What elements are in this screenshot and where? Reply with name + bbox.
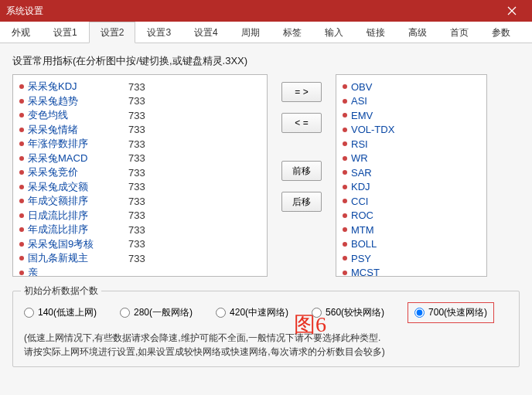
radio-input[interactable] xyxy=(414,308,425,318)
radio-option-1[interactable]: 280(一般网络) xyxy=(120,302,193,323)
close-button[interactable] xyxy=(498,0,526,22)
list-item[interactable]: 呆呆兔趋势733 xyxy=(19,94,259,109)
tab-5[interactable]: 周期 xyxy=(230,22,271,43)
item-name: 年涨停数排序 xyxy=(28,137,128,151)
list-item[interactable]: VOL-TDX xyxy=(343,123,479,138)
radio-option-2[interactable]: 420(中速网络) xyxy=(216,302,288,323)
item-number: 733 xyxy=(128,181,145,192)
window-title: 系统设置 xyxy=(6,5,43,18)
item-name: OBV xyxy=(351,81,372,93)
list-item[interactable]: EMV xyxy=(343,108,479,123)
list-item[interactable]: 国九条新规主733 xyxy=(19,251,259,266)
bullet-icon xyxy=(19,271,24,275)
movedown-button[interactable]: 后移 xyxy=(281,192,322,212)
item-name: VOL-TDX xyxy=(351,124,394,135)
radio-label: 700(快速网络) xyxy=(428,306,487,319)
bullet-icon xyxy=(343,99,347,104)
list-item[interactable]: 年成交额排序733 xyxy=(19,194,259,209)
item-name: 呆呆兔情绪 xyxy=(28,123,128,137)
list-item[interactable]: WR xyxy=(343,152,479,166)
help-text-1: (低速上网情况下,有些数据请求会降速,维护可能不全面,一般情况下请不要选择此种类… xyxy=(24,331,508,345)
list-item[interactable]: 呆呆兔国9考核733 xyxy=(19,237,259,252)
radio-option-0[interactable]: 140(低速上网) xyxy=(24,302,97,323)
item-number: 733 xyxy=(128,110,145,121)
radio-input[interactable] xyxy=(216,308,226,318)
item-name: CCI xyxy=(351,196,368,207)
list-item[interactable]: 呆呆兔MACD733 xyxy=(19,152,259,166)
list-item[interactable]: MTM xyxy=(343,223,479,237)
list-item[interactable]: 呆呆兔情绪733 xyxy=(19,123,259,138)
radio-label: 280(一般网络) xyxy=(134,306,193,319)
remove-button[interactable]: < = xyxy=(281,113,322,133)
item-number: 733 xyxy=(128,81,145,93)
bullet-icon xyxy=(343,199,347,203)
list-item[interactable]: CCI xyxy=(343,194,479,209)
add-button[interactable]: = > xyxy=(281,82,322,102)
section-label: 设置常用指标(在分析图中按/键切换,或键盘精灵.3XX) xyxy=(12,54,520,68)
item-name: 日成流比排序 xyxy=(28,209,128,223)
list-item[interactable]: 变色均线733 xyxy=(19,108,259,123)
bullet-icon xyxy=(343,271,347,275)
tab-bar: 外观设置1设置2设置3设置4周期标签输入链接高级首页参数 xyxy=(0,22,532,43)
tab-8[interactable]: 链接 xyxy=(355,22,397,43)
radio-option-4[interactable]: 700(快速网络) xyxy=(408,302,494,323)
item-name: SAR xyxy=(351,167,372,179)
available-indicators-list[interactable]: 呆呆兔KDJ733呆呆兔趋势733变色均线733呆呆兔情绪733年涨停数排序73… xyxy=(12,74,268,277)
list-item[interactable]: RSI xyxy=(343,137,479,152)
radio-option-3[interactable]: 560(较快网络) xyxy=(312,302,384,323)
item-number: 733 xyxy=(128,209,145,221)
close-icon xyxy=(507,6,517,15)
list-item[interactable]: SAR xyxy=(343,165,479,180)
radio-input[interactable] xyxy=(24,308,34,318)
bullet-icon xyxy=(19,113,24,117)
selected-indicators-list[interactable]: OBVASIEMVVOL-TDXRSIWRSARKDJCCIROCMTMBOLL… xyxy=(336,74,487,277)
item-name: PSY xyxy=(351,253,371,264)
list-item[interactable]: OBV xyxy=(343,80,479,94)
list-item[interactable]: 日成流比排序733 xyxy=(19,209,259,223)
list-item[interactable]: 年涨停数排序733 xyxy=(19,137,259,152)
list-item[interactable]: ASI xyxy=(343,94,479,109)
help-text-2: 请按实际上网环境进行设置,如果设置成较快网络或快速网络,每次请求的分析数目会较多… xyxy=(24,345,508,359)
tab-1[interactable]: 设置1 xyxy=(42,22,89,43)
bullet-icon xyxy=(343,242,347,247)
item-name: 年成交额排序 xyxy=(28,194,128,208)
tab-9[interactable]: 高级 xyxy=(397,22,438,43)
item-name: 年成流比排序 xyxy=(28,223,128,237)
tab-11[interactable]: 参数 xyxy=(480,22,522,43)
list-item[interactable]: 呆呆兔KDJ733 xyxy=(19,80,259,94)
list-item[interactable]: ROC xyxy=(343,209,479,223)
radio-input[interactable] xyxy=(120,308,130,318)
radio-input[interactable] xyxy=(312,308,322,318)
list-item[interactable]: PSY xyxy=(343,251,479,266)
item-number: 733 xyxy=(128,95,145,107)
tab-10[interactable]: 首页 xyxy=(438,22,480,43)
tab-6[interactable]: 标签 xyxy=(271,22,313,43)
item-name: ASI xyxy=(351,95,367,107)
item-number: 733 xyxy=(128,196,145,207)
tab-0[interactable]: 外观 xyxy=(0,22,42,43)
tab-3[interactable]: 设置3 xyxy=(135,22,182,43)
item-number: 733 xyxy=(128,167,145,179)
list-item[interactable]: 呆呆兔成交额733 xyxy=(19,180,259,195)
bullet-icon xyxy=(19,84,24,89)
list-item[interactable]: 年成流比排序733 xyxy=(19,223,259,237)
item-number: 733 xyxy=(128,238,145,250)
item-name: 呆呆兔竞价 xyxy=(28,165,128,179)
item-number: 733 xyxy=(128,152,145,164)
bullet-icon xyxy=(19,213,24,218)
item-name: 呆呆兔KDJ xyxy=(28,80,128,94)
moveup-button[interactable]: 前移 xyxy=(281,161,322,181)
bullet-icon xyxy=(19,128,24,132)
tab-4[interactable]: 设置4 xyxy=(182,22,230,43)
list-item[interactable]: KDJ xyxy=(343,180,479,195)
bullet-icon xyxy=(19,156,24,161)
data-count-group: 初始分析数据个数 140(低速上网)280(一般网络)420(中速网络)560(… xyxy=(12,291,520,367)
list-item[interactable]: MCST xyxy=(343,266,479,278)
bullet-icon xyxy=(343,128,347,132)
list-item[interactable]: 亲 xyxy=(19,266,259,278)
list-item[interactable]: 呆呆兔竞价733 xyxy=(19,165,259,180)
bullet-icon xyxy=(343,84,347,89)
list-item[interactable]: BOLL xyxy=(343,237,479,252)
tab-7[interactable]: 输入 xyxy=(313,22,355,43)
tab-2[interactable]: 设置2 xyxy=(89,22,136,43)
